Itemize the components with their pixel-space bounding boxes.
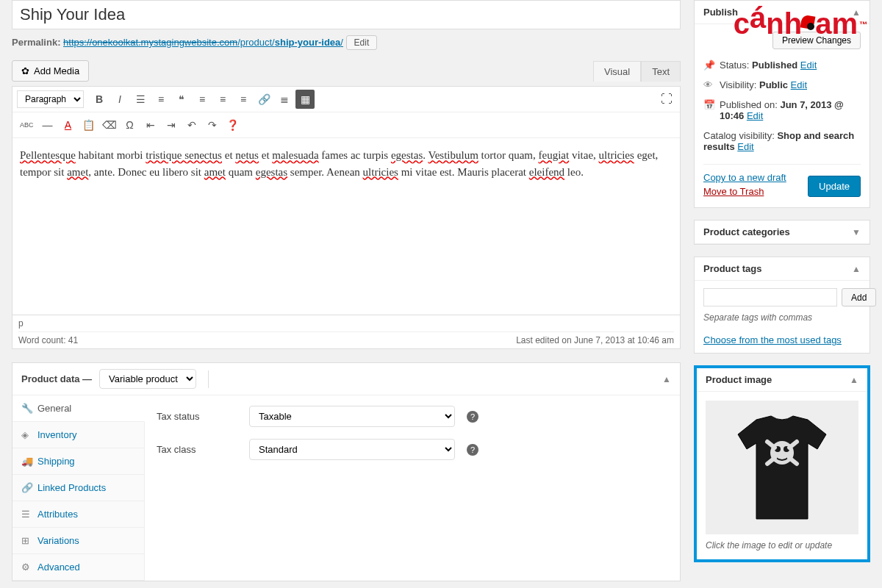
toolbar-row-1: Paragraph B I ☰ ≡ ❝ ≡ ≡ ≡ 🔗 ≣ ▦ ⛶: [12, 87, 680, 112]
element-path: p: [18, 318, 674, 329]
image-caption: Click the image to edit or update: [706, 540, 858, 551]
clear-format-button[interactable]: ⌫: [100, 115, 119, 135]
last-edited: Last edited on June 7, 2013 at 10:46 am: [516, 335, 674, 345]
leaf-icon: [800, 15, 817, 33]
collapse-toggle-icon[interactable]: ▲: [852, 264, 861, 274]
content-editable[interactable]: Pellentesque habitant morbi tristique se…: [12, 138, 680, 315]
product-categories-box: Product categories ▼: [694, 220, 870, 245]
tax-class-label: Tax class: [157, 444, 237, 455]
product-data-content: Tax status Taxable ? Tax class Standard …: [145, 395, 680, 581]
media-icon: ✿: [21, 65, 29, 76]
add-media-button[interactable]: ✿ Add Media: [12, 60, 89, 82]
outdent-button[interactable]: ⇤: [141, 115, 160, 135]
pd-tab-attributes[interactable]: ☰Attributes: [12, 501, 144, 528]
bold-button[interactable]: B: [90, 90, 109, 109]
wrench-icon: 🔧: [21, 403, 32, 414]
truck-icon: 🚚: [21, 456, 32, 467]
text-color-button[interactable]: A: [59, 115, 78, 135]
indent-button[interactable]: ⇥: [162, 115, 181, 135]
special-char-button[interactable]: Ω: [121, 115, 140, 135]
toolbar-row-2: ABC — A 📋 ⌫ Ω ⇤ ⇥ ↶ ↷ ❓: [12, 112, 680, 138]
add-tag-button[interactable]: Add: [842, 288, 876, 306]
tax-class-select[interactable]: Standard: [249, 439, 455, 460]
redo-button[interactable]: ↷: [203, 115, 222, 135]
paste-button[interactable]: 📋: [79, 115, 98, 135]
editor-status-bar: p Word count: 41 Last edited on June 7, …: [12, 315, 680, 348]
collapse-toggle-icon[interactable]: ▼: [852, 227, 861, 237]
calendar-icon: 📅: [703, 99, 714, 110]
number-list-button[interactable]: ≡: [151, 90, 171, 109]
more-button[interactable]: ≣: [275, 90, 294, 109]
tax-status-select[interactable]: Taxable: [249, 406, 455, 427]
publish-links: Copy to a new draft Move to Trash: [703, 172, 786, 200]
word-count: Word count: 41: [18, 335, 78, 345]
fullscreen-icon[interactable]: ⛶: [658, 90, 675, 109]
watermark-logo: cánham™: [734, 7, 867, 40]
help-button[interactable]: ❓: [223, 115, 243, 135]
inventory-icon: ◈: [21, 429, 32, 440]
italic-button[interactable]: I: [110, 90, 129, 109]
grid-icon: ⊞: [21, 535, 32, 546]
align-right-button[interactable]: ≡: [234, 90, 253, 109]
link-button[interactable]: 🔗: [254, 90, 273, 109]
product-image-thumbnail[interactable]: [706, 401, 858, 534]
gear-icon: ⚙: [21, 562, 32, 573]
product-type-select[interactable]: Variable product: [99, 369, 196, 389]
edit-status-link[interactable]: Edit: [800, 60, 817, 71]
help-icon[interactable]: ?: [467, 411, 478, 423]
product-data-label: Product data —: [21, 373, 92, 384]
product-image-header: Product image: [706, 374, 772, 385]
product-data-tabs: 🔧General ◈Inventory 🚚Shipping 🔗Linked Pr…: [12, 395, 145, 581]
edit-visibility-link[interactable]: Edit: [791, 79, 807, 90]
pd-tab-linked[interactable]: 🔗Linked Products: [12, 475, 144, 501]
tab-visual[interactable]: Visual: [593, 61, 641, 82]
product-title: Ship Your Idea: [20, 5, 673, 24]
pd-tab-general[interactable]: 🔧General: [12, 395, 145, 422]
edit-date-link[interactable]: Edit: [747, 110, 763, 121]
list-icon: ☰: [21, 509, 32, 520]
pin-icon: 📌: [703, 60, 714, 71]
editor: Paragraph B I ☰ ≡ ❝ ≡ ≡ ≡ 🔗 ≣ ▦ ⛶ ABC —: [12, 86, 681, 349]
visibility-icon: 👁: [703, 79, 714, 90]
tag-help-text: Separate tags with commas: [703, 312, 861, 323]
toolbar-toggle-button[interactable]: ▦: [295, 90, 315, 109]
pd-tab-advanced[interactable]: ⚙Advanced: [12, 554, 144, 581]
collapse-toggle-icon[interactable]: ▲: [850, 375, 858, 385]
permalink-row: Permalink: https://onekoolkat.mystagingw…: [12, 35, 681, 50]
editor-mode-tabs: Visual Text: [593, 61, 681, 82]
title-input-wrap[interactable]: Ship Your Idea: [12, 0, 681, 29]
bullet-list-button[interactable]: ☰: [131, 90, 150, 109]
copy-draft-link[interactable]: Copy to a new draft: [703, 172, 786, 183]
link-icon: 🔗: [21, 482, 32, 493]
pd-tab-inventory[interactable]: ◈Inventory: [12, 422, 144, 448]
quote-button[interactable]: ❝: [172, 90, 191, 109]
tshirt-image: [731, 412, 833, 523]
product-image-box: Product image ▲: [694, 365, 870, 562]
pd-tab-variations[interactable]: ⊞Variations: [12, 528, 144, 554]
move-trash-link[interactable]: Move to Trash: [703, 186, 786, 197]
tab-text[interactable]: Text: [641, 61, 681, 82]
tags-header: Product tags: [703, 263, 761, 274]
tax-status-label: Tax status: [157, 411, 237, 422]
product-data-box: Product data — Variable product ▲ 🔧Gener…: [12, 362, 681, 581]
help-icon[interactable]: ?: [467, 444, 478, 456]
align-center-button[interactable]: ≡: [213, 90, 232, 109]
choose-tags-link[interactable]: Choose from the most used tags: [703, 334, 842, 345]
edit-catalog-link[interactable]: Edit: [737, 141, 753, 152]
update-button[interactable]: Update: [808, 176, 861, 197]
product-tags-box: Product tags ▲ Add Separate tags with co…: [694, 257, 870, 354]
pd-tab-shipping[interactable]: 🚚Shipping: [12, 448, 144, 475]
align-left-button[interactable]: ≡: [193, 90, 212, 109]
tag-input[interactable]: [703, 288, 837, 306]
permalink-url[interactable]: https://onekoolkat.mystagingwebsite.com/…: [63, 37, 343, 48]
hr-button[interactable]: —: [38, 115, 57, 135]
abc-strike-button[interactable]: ABC: [17, 115, 37, 135]
collapse-toggle-icon[interactable]: ▲: [662, 374, 671, 384]
edit-permalink-button[interactable]: Edit: [346, 35, 378, 50]
categories-header: Product categories: [703, 226, 790, 237]
format-select[interactable]: Paragraph: [17, 90, 84, 108]
undo-button[interactable]: ↶: [182, 115, 201, 135]
